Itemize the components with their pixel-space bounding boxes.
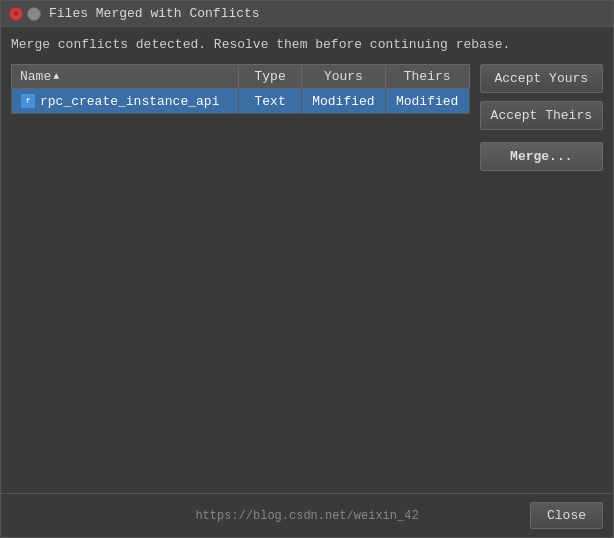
file-table: Name ▲ Type Yours Theirs — [11, 64, 470, 114]
accept-theirs-button[interactable]: Accept Theirs — [480, 101, 603, 130]
file-table-section: Name ▲ Type Yours Theirs — [11, 64, 470, 483]
table-row[interactable]: f rpc_create_instance_api.p Text Modifie… — [12, 89, 470, 114]
table-body: f rpc_create_instance_api.p Text Modifie… — [12, 89, 470, 114]
sort-arrow-icon: ▲ — [53, 71, 59, 82]
cell-yours: Modified — [302, 89, 386, 114]
cell-name: f rpc_create_instance_api.p — [12, 89, 239, 114]
cell-type: Text — [239, 89, 302, 114]
window-controls: ✕ — [9, 7, 41, 21]
watermark-text: https://blog.csdn.net/weixin_42 — [195, 509, 418, 523]
action-buttons: Accept Yours Accept Theirs Merge... — [480, 64, 603, 483]
main-area: Name ▲ Type Yours Theirs — [11, 64, 603, 483]
footer: https://blog.csdn.net/weixin_42 Close — [1, 493, 613, 537]
titlebar: ✕ Files Merged with Conflicts — [1, 1, 613, 27]
accept-yours-button[interactable]: Accept Yours — [480, 64, 603, 93]
table-header: Name ▲ Type Yours Theirs — [12, 65, 470, 89]
file-icon: f — [20, 93, 36, 109]
col-header-name[interactable]: Name ▲ — [12, 65, 239, 89]
col-header-theirs[interactable]: Theirs — [385, 65, 469, 89]
col-header-type[interactable]: Type — [239, 65, 302, 89]
window-title: Files Merged with Conflicts — [49, 6, 260, 21]
content-area: Merge conflicts detected. Resolve them b… — [1, 27, 613, 493]
col-header-yours[interactable]: Yours — [302, 65, 386, 89]
cell-theirs: Modified — [385, 89, 469, 114]
main-window: ✕ Files Merged with Conflicts Merge conf… — [0, 0, 614, 538]
close-window-button[interactable]: ✕ — [9, 7, 23, 21]
minimize-button[interactable] — [27, 7, 41, 21]
close-button[interactable]: Close — [530, 502, 603, 529]
message-text: Merge conflicts detected. Resolve them b… — [11, 37, 603, 52]
merge-button[interactable]: Merge... — [480, 142, 603, 171]
